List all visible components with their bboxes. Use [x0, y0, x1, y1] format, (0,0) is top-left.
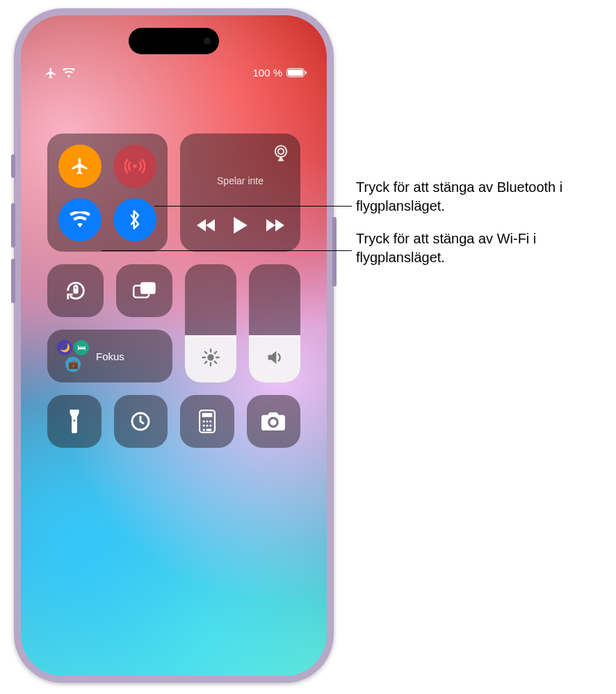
media-panel[interactable]: Spelar inte [180, 134, 300, 252]
svg-point-1 [275, 146, 286, 157]
battery-icon [286, 68, 305, 77]
media-title: Spelar inte [180, 175, 300, 186]
svg-point-20 [209, 420, 211, 422]
flashlight-icon [67, 410, 81, 433]
svg-point-18 [202, 420, 204, 422]
svg-point-0 [133, 164, 138, 168]
svg-line-14 [215, 352, 216, 353]
callout-bluetooth: Tryck för att stänga av Bluetooth i flyg… [356, 178, 606, 216]
camera-icon [261, 412, 285, 431]
volume-down-button [11, 259, 15, 303]
dynamic-island [129, 28, 219, 54]
battery-percent: 100 % [252, 67, 282, 79]
wifi-status-icon [63, 68, 75, 78]
svg-point-23 [209, 424, 211, 426]
rewind-button[interactable] [197, 219, 215, 232]
svg-line-13 [205, 362, 206, 363]
svg-rect-25 [206, 429, 211, 431]
timer-button[interactable] [114, 395, 168, 448]
wifi-toggle[interactable] [58, 198, 102, 241]
focus-modes-icon: 🌙 🛏 💼 [57, 340, 89, 372]
camera-button[interactable] [247, 395, 301, 448]
airplane-icon [70, 156, 90, 176]
phone-frame: 100 % [14, 8, 334, 683]
screen-mirroring-button[interactable] [116, 264, 172, 317]
svg-point-6 [207, 354, 213, 360]
timer-icon [129, 410, 152, 433]
callout-wifi: Tryck för att stänga av Wi‑Fi i flygplan… [356, 229, 606, 267]
cellular-data-toggle[interactable] [113, 145, 156, 188]
brightness-slider[interactable] [185, 264, 236, 382]
cellular-icon [124, 156, 145, 177]
svg-line-11 [205, 352, 206, 353]
airplane-mode-toggle[interactable] [58, 145, 102, 188]
airplane-status-icon [44, 67, 57, 79]
svg-line-12 [215, 362, 216, 363]
connectivity-panel [47, 134, 168, 252]
svg-point-22 [206, 424, 208, 426]
focus-button[interactable]: 🌙 🛏 💼 Fokus [47, 330, 172, 382]
airplay-icon[interactable] [271, 143, 291, 163]
volume-icon [265, 348, 284, 367]
control-center: Spelar inte [47, 134, 300, 448]
callout-bluetooth-text: Tryck för att stänga av Bluetooth i flyg… [356, 179, 562, 213]
orientation-lock-icon [64, 279, 88, 302]
callout-wifi-text: Tryck för att stänga av Wi‑Fi i flygplan… [356, 231, 536, 265]
side-button [11, 154, 15, 178]
screen: 100 % [21, 15, 327, 676]
svg-rect-17 [202, 413, 212, 417]
brightness-icon [201, 348, 220, 367]
focus-label: Fokus [96, 350, 124, 362]
screen-mirroring-icon [133, 281, 156, 300]
flashlight-button[interactable] [47, 395, 102, 448]
calculator-button[interactable] [180, 395, 234, 448]
volume-up-button [11, 203, 15, 248]
svg-point-2 [278, 149, 284, 154]
wifi-icon [70, 211, 90, 228]
svg-point-19 [206, 420, 208, 422]
svg-rect-5 [140, 282, 155, 294]
bluetooth-icon [128, 209, 142, 230]
power-button [332, 217, 337, 287]
forward-button[interactable] [266, 219, 284, 232]
svg-point-24 [202, 429, 204, 431]
calculator-icon [198, 410, 216, 433]
play-button[interactable] [233, 217, 248, 234]
volume-slider[interactable] [249, 264, 300, 382]
bluetooth-toggle[interactable] [113, 198, 156, 241]
orientation-lock-toggle[interactable] [47, 264, 104, 317]
svg-point-21 [202, 424, 204, 426]
